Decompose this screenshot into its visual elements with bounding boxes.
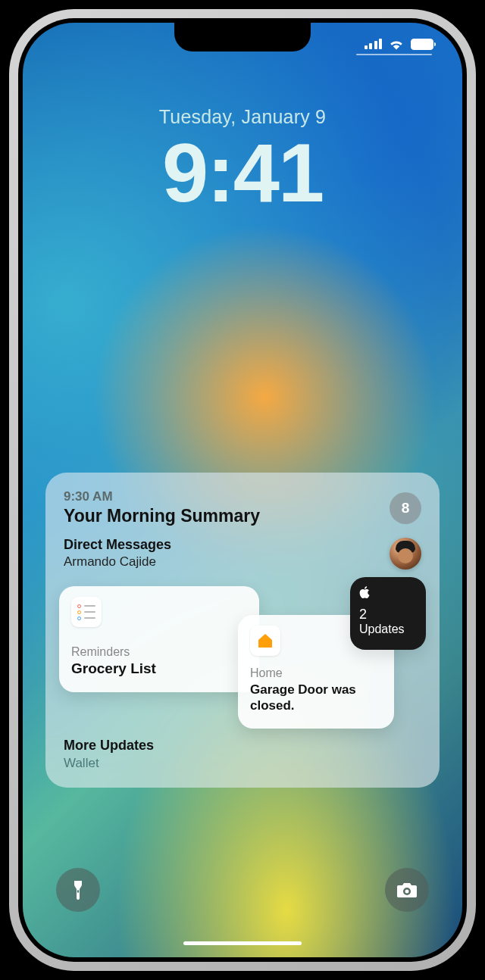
more-updates-heading: More Updates — [64, 738, 421, 754]
summary-title: Your Morning Summary — [64, 506, 390, 526]
flashlight-button[interactable] — [56, 868, 100, 912]
lock-screen[interactable]: Tuesday, January 9 9:41 9:30 AM Your Mor… — [23, 23, 462, 957]
avatar — [390, 538, 421, 570]
morning-summary-card[interactable]: 9:30 AM Your Morning Summary 8 Direct Me… — [45, 473, 440, 788]
status-underline — [356, 54, 432, 55]
reminders-tile[interactable]: Reminders Grocery List — [59, 586, 259, 692]
flashlight-icon — [70, 879, 86, 900]
reminders-content: Grocery List — [71, 660, 247, 677]
more-updates-app: Wallet — [64, 756, 421, 771]
lock-quick-actions — [23, 868, 462, 912]
lock-date: Tuesday, January 9 — [23, 106, 462, 128]
apple-icon — [359, 586, 417, 601]
camera-icon — [396, 881, 418, 899]
home-content: Garage Door was closed. — [250, 682, 382, 714]
more-updates-row[interactable]: More Updates Wallet — [45, 735, 440, 788]
reminders-icon — [71, 597, 102, 627]
phone-frame: Tuesday, January 9 9:41 9:30 AM Your Mor… — [9, 9, 476, 971]
status-bar — [365, 38, 434, 50]
dm-heading: Direct Messages — [64, 537, 390, 553]
notch — [174, 23, 311, 51]
battery-icon — [411, 39, 433, 50]
summary-timestamp: 9:30 AM — [64, 489, 390, 504]
dm-sender: Armando Cajide — [64, 554, 390, 570]
lock-time: 9:41 — [23, 131, 462, 214]
direct-messages-row[interactable]: Direct Messages Armando Cajide — [45, 526, 440, 583]
home-icon — [250, 626, 280, 656]
camera-button[interactable] — [385, 868, 429, 912]
wifi-icon — [388, 38, 405, 50]
updates-tile[interactable]: 2 Updates — [350, 577, 426, 650]
cellular-icon — [365, 39, 383, 49]
home-indicator[interactable] — [183, 941, 302, 945]
summary-header: 9:30 AM Your Morning Summary 8 — [45, 489, 440, 526]
summary-tiles: Reminders Grocery List Home Garage Door … — [64, 583, 421, 735]
updates-count: 2 — [359, 607, 417, 623]
lock-clock-area: Tuesday, January 9 9:41 — [23, 106, 462, 214]
summary-count-badge: 8 — [390, 492, 421, 524]
updates-label: Updates — [359, 623, 417, 636]
phone-bezel: Tuesday, January 9 9:41 9:30 AM Your Mor… — [18, 18, 467, 962]
reminders-app-label: Reminders — [71, 645, 247, 659]
home-app-label: Home — [250, 666, 382, 680]
